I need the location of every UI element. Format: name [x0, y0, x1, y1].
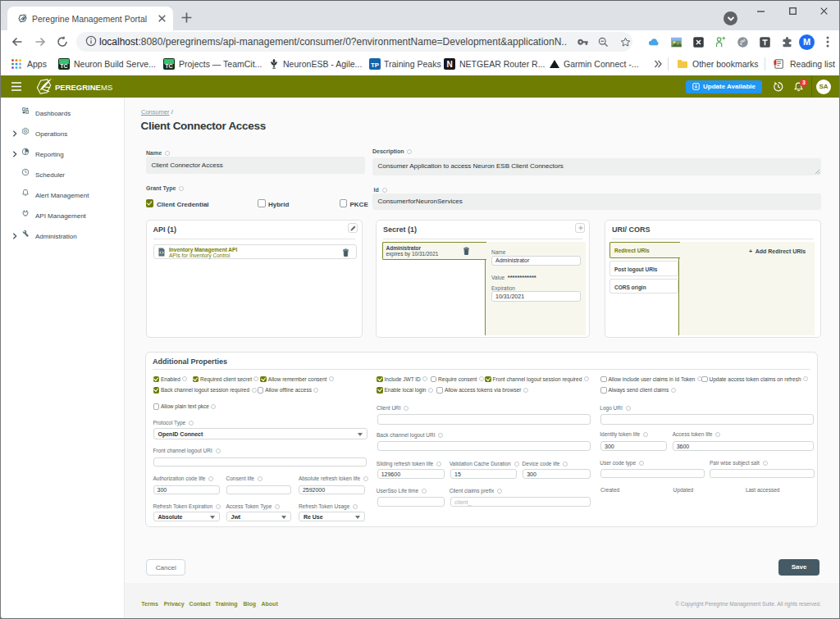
svg-text:TC: TC: [60, 63, 67, 69]
svg-text:TP: TP: [371, 61, 380, 69]
svg-text:TC: TC: [165, 63, 172, 69]
svg-text:N: N: [446, 60, 452, 69]
